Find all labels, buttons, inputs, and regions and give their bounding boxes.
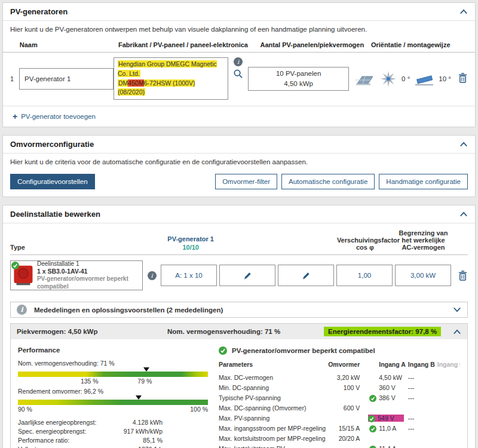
panel-count-field[interactable]: 10 PV-panelen 4,50 kWp bbox=[248, 67, 349, 91]
compatibility-status: PV-generator/omvormer beperkt compatibel bbox=[37, 275, 139, 290]
param-row: Max. kortsluitstroom per MPP-regeling 20… bbox=[219, 433, 460, 443]
pv-name-input[interactable] bbox=[19, 68, 114, 90]
automatic-configuration-button[interactable]: Automatische configuratie bbox=[281, 174, 375, 189]
chevron-up-icon[interactable] bbox=[459, 211, 468, 217]
check-icon bbox=[369, 395, 376, 402]
chevron-down-icon[interactable] bbox=[453, 307, 461, 312]
param-row: Max. PV-spanning 549 V --- bbox=[219, 413, 460, 423]
subsystem-info-icon[interactable]: i bbox=[148, 271, 157, 280]
column-module: Fabrikant / PV-paneel / paneel-elektroni… bbox=[118, 41, 259, 48]
param-row: Max. DC-vermogen 3,20 kW 4,50 kW --- bbox=[219, 372, 460, 382]
module-model: DM450M6-72HSW (1000V) (08/2020) bbox=[118, 79, 195, 96]
inverter-config-description: Hier kunt u de criteria voor de automati… bbox=[3, 154, 475, 169]
delete-pv-generator-icon[interactable] bbox=[458, 72, 468, 84]
param-row: Typische PV-spanning 386 V --- bbox=[219, 392, 460, 403]
pv-generators-title: PV-generatoren bbox=[10, 7, 68, 16]
inverter-config-panel: Omvormerconfiguratie Hier kunt u de crit… bbox=[2, 135, 476, 197]
check-icon bbox=[11, 262, 19, 269]
param-row: Min. DC-spanning 100 V 360 V --- bbox=[219, 382, 460, 392]
compatibility-title: PV-generator/omvormer beperkt compatibel bbox=[232, 347, 375, 354]
nominal-ratio-gauge bbox=[18, 372, 208, 377]
column-cos-phi: Verschuivingsfactor cos φ bbox=[337, 237, 393, 251]
inverter-type-field[interactable]: Deelinstallatie 1 1 x SB3.0-1AV-41 PV-ge… bbox=[10, 260, 143, 290]
stat-row: Spec. energieopbrengst: 917 kWh/kWp bbox=[18, 428, 163, 435]
results-summary-bar[interactable]: Piekvermogen: 4,50 kWp Nom. vermogensver… bbox=[11, 324, 467, 339]
info-icon: i bbox=[17, 305, 27, 315]
subsystem-panel: Deelinstallatie bewerken Type PV-generat… bbox=[2, 205, 476, 448]
column-name: Naam bbox=[20, 41, 118, 48]
bar1-label: Nom. vermogensverhouding: 71 % bbox=[18, 360, 208, 367]
performance-stats: Jaarlijkse energieopbrengst: 4.128 kWh S… bbox=[18, 419, 163, 448]
inverter-config-header[interactable]: Omvormerconfiguratie bbox=[3, 136, 475, 154]
module-info-icon[interactable]: i bbox=[234, 57, 243, 66]
page: PV-generatoren Hier kunt u de PV-generat… bbox=[0, 0, 478, 448]
inverter-efficiency-gauge bbox=[18, 400, 208, 405]
pv-generators-description: Hier kunt u de PV-generatoren ontwerpen … bbox=[3, 21, 475, 36]
bar2-label: Rendement omvormer: 96,2 % bbox=[18, 388, 208, 395]
messages-label: Mededelingen en oplossingsvoorstellen (2… bbox=[34, 306, 223, 314]
column-pv-generator: PV-generator 1 10/10 bbox=[163, 235, 219, 251]
pencil-icon bbox=[302, 271, 311, 280]
column-type: Type bbox=[10, 244, 142, 251]
tilt-angle-icon bbox=[414, 70, 434, 87]
roof-mounting-icon bbox=[355, 70, 375, 87]
messages-expander[interactable]: i Mededelingen en oplossingsvoorstellen … bbox=[10, 302, 468, 318]
gauge-marker bbox=[143, 367, 149, 372]
results-accordion: Piekvermogen: 4,50 kWp Nom. vermogensver… bbox=[10, 323, 468, 448]
pv-table-header: Naam Fabrikant / PV-paneel / paneel-elek… bbox=[3, 36, 475, 53]
add-pv-generator-button[interactable]: + PV-generator toevoegen bbox=[10, 111, 98, 122]
inverter-model: 1 x SB3.0-1AV-41 bbox=[37, 268, 139, 275]
stat-row: Vollasturen: 1376,1 h bbox=[18, 446, 163, 448]
peak-power: 4,50 kWp bbox=[284, 79, 313, 88]
check-icon bbox=[369, 446, 376, 448]
cos-phi-field[interactable]: 1,00 bbox=[336, 265, 393, 286]
nominal-ratio-summary: Nom. vermogensverhouding: 71 % bbox=[167, 328, 324, 335]
pv-generators-panel: PV-generatoren Hier kunt u de PV-generat… bbox=[2, 2, 476, 127]
column-ac-limit: Begrenzing van het werkelijke AC-vermoge… bbox=[396, 229, 451, 251]
panel-count: 10 PV-panelen bbox=[276, 69, 321, 78]
chevron-up-icon[interactable] bbox=[459, 142, 468, 147]
stat-row: Jaarlijkse energieopbrengst: 4.128 kWh bbox=[18, 419, 163, 426]
compass-orientation-icon bbox=[379, 70, 397, 88]
chevron-up-icon[interactable] bbox=[453, 329, 461, 335]
pencil-icon bbox=[243, 271, 252, 280]
peak-power-summary: Piekvermogen: 4,50 kWp bbox=[17, 328, 167, 335]
tilt-value: 10 ° bbox=[439, 75, 451, 82]
compatibility-section: PV-generator/omvormer beperkt compatibel… bbox=[219, 344, 460, 448]
manual-configuration-button[interactable]: Handmatige configuratie bbox=[379, 174, 468, 189]
inverter-config-title: Omvormerconfiguratie bbox=[10, 140, 94, 149]
energy-efficiency-factor: Energierendementsfactor: 97,8 % bbox=[324, 327, 441, 336]
module-select[interactable]: Hengdian Group DMEGC Magnetic Co. Ltd. D… bbox=[114, 57, 228, 100]
column-count: Aantal PV-panelen/piekvermogen bbox=[259, 41, 365, 48]
inverter-filter-button[interactable]: Omvormer-filter bbox=[215, 174, 277, 189]
edit-assignment-button[interactable] bbox=[219, 265, 275, 286]
subsystem-name: Deelinstallatie 1 bbox=[37, 260, 139, 268]
string-assignment-button[interactable]: A: 1 x 10 bbox=[161, 265, 217, 286]
performance-section: Performance Nom. vermogensverhouding: 71… bbox=[18, 344, 208, 448]
pv-generator-count: 10/10 bbox=[163, 244, 219, 251]
performance-title: Performance bbox=[18, 346, 208, 354]
azimuth-value: 0 ° bbox=[402, 75, 410, 82]
stat-row: Performance ratio: 85,1 % bbox=[18, 437, 163, 444]
configuration-proposals-button[interactable]: Configuratievoorstellen bbox=[10, 174, 95, 189]
check-icon bbox=[368, 415, 375, 422]
edit-settings-button[interactable] bbox=[278, 265, 334, 286]
subsystem-title: Deelinstallatie bewerken bbox=[10, 210, 100, 219]
check-icon bbox=[219, 346, 227, 355]
param-row: Max. DC-spanning (Omvormer) 600 V bbox=[219, 403, 460, 413]
ac-limit-field[interactable]: 3,00 kW bbox=[395, 265, 451, 286]
column-orientation: Oriëntatie / montagewijze bbox=[365, 41, 451, 48]
subsystem-row: Deelinstallatie 1 1 x SB3.0-1AV-41 PV-ge… bbox=[10, 255, 468, 296]
check-icon bbox=[369, 425, 376, 432]
row-index: 1 bbox=[10, 75, 19, 82]
subsystem-header[interactable]: Deelinstallatie bewerken bbox=[3, 205, 475, 223]
delete-subsystem-icon[interactable] bbox=[458, 270, 468, 281]
search-icon[interactable] bbox=[233, 69, 243, 79]
chevron-up-icon[interactable] bbox=[459, 9, 468, 14]
gauge-marker bbox=[136, 395, 142, 400]
plus-icon: + bbox=[13, 112, 17, 121]
param-row: Max. kortsluitstroom PV 11,4 A --- bbox=[219, 443, 460, 448]
subsystem-table-header: Type PV-generator 1 10/10 Verschuivingsf… bbox=[10, 223, 468, 255]
pv-generators-header[interactable]: PV-generatoren bbox=[3, 3, 475, 21]
parameters-table: Parameters Omvormer Ingang A Ingang B In… bbox=[219, 361, 460, 448]
